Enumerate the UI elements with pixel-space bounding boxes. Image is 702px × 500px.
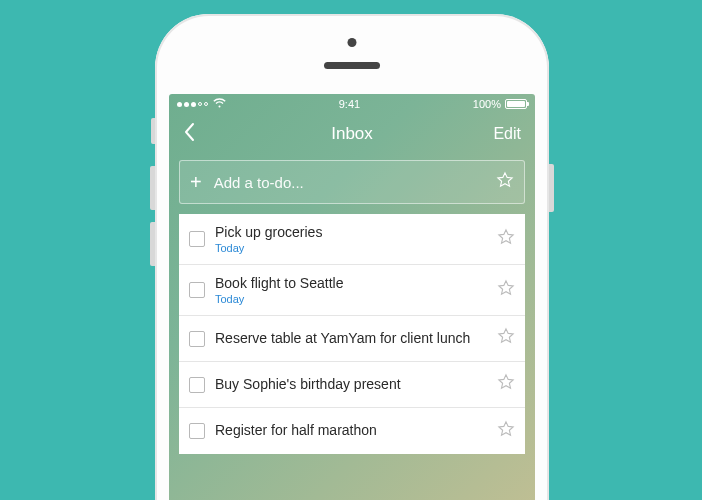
todo-title: Book flight to Seattle: [215, 275, 487, 292]
status-left: [177, 98, 226, 110]
wifi-icon: [213, 98, 226, 110]
todo-due: Today: [215, 293, 487, 305]
star-icon[interactable]: [497, 327, 515, 349]
page-title: Inbox: [169, 124, 535, 144]
battery-icon: [505, 99, 527, 109]
status-time: 9:41: [339, 98, 360, 110]
todo-item[interactable]: Pick up groceries Today: [179, 214, 525, 265]
status-right: 100%: [473, 98, 527, 110]
nav-bar: Inbox Edit: [169, 114, 535, 154]
star-icon[interactable]: [497, 373, 515, 395]
volume-up-button: [150, 166, 155, 210]
edit-button[interactable]: Edit: [493, 125, 521, 143]
star-icon[interactable]: [497, 420, 515, 442]
todo-title: Reserve table at YamYam for client lunch: [215, 330, 487, 347]
todo-list: Pick up groceries Today Book flight to S…: [169, 214, 535, 500]
signal-dots-icon: [177, 102, 208, 107]
checkbox[interactable]: [189, 231, 205, 247]
todo-title: Pick up groceries: [215, 224, 487, 241]
star-icon[interactable]: [497, 228, 515, 250]
camera-dot: [348, 38, 357, 47]
star-icon[interactable]: [496, 171, 514, 193]
checkbox[interactable]: [189, 377, 205, 393]
todo-item[interactable]: Book flight to Seattle Today: [179, 265, 525, 316]
battery-percent: 100%: [473, 98, 501, 110]
todo-title: Register for half marathon: [215, 422, 487, 439]
todo-due: Today: [215, 242, 487, 254]
add-todo-placeholder: Add a to-do...: [214, 174, 496, 191]
power-button: [549, 164, 554, 212]
todo-item[interactable]: Reserve table at YamYam for client lunch: [179, 316, 525, 362]
status-bar: 9:41 100%: [169, 94, 535, 114]
checkbox[interactable]: [189, 331, 205, 347]
phone-frame: 9:41 100% Inbox Edit + Add a to-do...: [155, 14, 549, 500]
todo-item[interactable]: Buy Sophie's birthday present: [179, 362, 525, 408]
checkbox[interactable]: [189, 423, 205, 439]
checkbox[interactable]: [189, 282, 205, 298]
star-icon[interactable]: [497, 279, 515, 301]
speaker-slot: [324, 62, 380, 69]
add-todo-row[interactable]: + Add a to-do...: [179, 160, 525, 204]
screen: 9:41 100% Inbox Edit + Add a to-do...: [169, 94, 535, 500]
mute-switch: [151, 118, 155, 144]
back-button[interactable]: [183, 122, 195, 146]
plus-icon: +: [190, 172, 202, 192]
todo-title: Buy Sophie's birthday present: [215, 376, 487, 393]
volume-down-button: [150, 222, 155, 266]
todo-item[interactable]: Register for half marathon: [179, 408, 525, 454]
